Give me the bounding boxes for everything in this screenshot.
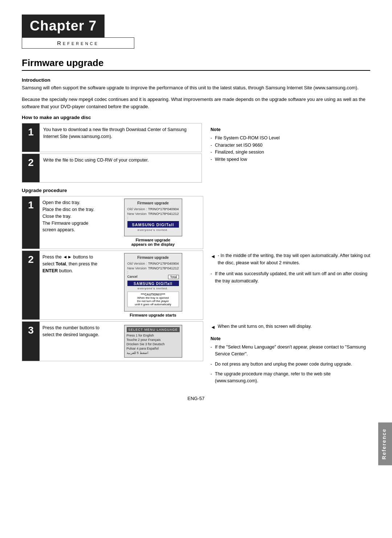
upgrade-step2-row: 2 Press the ◄► buttons to select Total, … (22, 250, 370, 320)
upgrade-step1-box: 1 Open the disc tray. Place the disc on … (22, 196, 203, 249)
lang-screen-wrap: SELECT MENU LANGUAGE Press 1 for English… (124, 325, 182, 358)
lang-row-2: Touche 2 pour Français (127, 338, 180, 342)
upgrade-step3-right-when: ◄ When the unit turns on, this screen wi… (211, 323, 370, 331)
bottom-note-item1: If the "Select Menu Language" doesn't ap… (211, 344, 370, 358)
fw-screen-1: Firmware upgrade Old Version : TRINO*178… (124, 199, 182, 246)
introduction-para1: Samsung will often support the software … (22, 84, 370, 91)
fw-screen2-new-value: TRINO*178*041212 (148, 266, 179, 274)
bottom-note: Note If the "Select Menu Language" doesn… (211, 335, 370, 385)
step2-right-text1: - In the middle of the writing, the tray… (218, 252, 370, 266)
step2-text1: Press the ◄► buttons to (42, 254, 100, 261)
arrow-sym-3: ◄ (211, 323, 216, 331)
samsung-logo: SAMSUNG DIGITall (127, 221, 179, 228)
fw-screen2-old-value: TRINO*178*040904 (148, 261, 179, 265)
fw-cancel-total-row: Cancel Total (127, 275, 179, 279)
upgrade-step1-right (211, 196, 370, 249)
upgrade-step3-content: Press the number buttons to select the d… (40, 322, 103, 361)
bottom-note-heading: Note (211, 335, 370, 342)
step1-line2: Place the disc on the tray. (42, 206, 100, 213)
upgrade-step2-left: 2 Press the ◄► buttons to select Total, … (22, 250, 211, 320)
lang-row-5: اضغط 5 للعربية (127, 351, 180, 355)
old-version-label: Old Version : (127, 207, 147, 211)
fw-screen-new-row: New Version : TRINO*178*041212 (127, 212, 179, 220)
samsung-logo-text: SAMSUNG DIGITall (132, 223, 174, 227)
fw-screen-2-wrap: Firmware upgrade Old Version : TRINO*178… (124, 253, 182, 317)
step1-line5: screen appears. (42, 227, 100, 233)
step2-text3: ENTER button. (42, 268, 100, 274)
page: Chapter 7 Reference Firmware upgrade Int… (0, 0, 392, 538)
fw-caption-line1: Firmware upgrade (136, 238, 170, 242)
step2-number: 2 (22, 154, 40, 182)
caution-line3: until it goes off automatically (129, 303, 177, 306)
new-version-value: TRINO*178*041212 (148, 212, 179, 220)
note-item-4: Write speed low (211, 156, 370, 163)
upgrade-step1-left: 1 Open the disc tray. Place the disc on … (22, 196, 211, 249)
lang-row-3: Drücken Sie 3 für Deutsch (127, 342, 180, 346)
step1-number: 1 (22, 123, 40, 152)
fw-screen2-old-row: Old Version : TRINO*178*040904 (127, 261, 179, 265)
upgrade-step3-box: 3 Press the number buttons to select the… (22, 321, 203, 361)
fw-screen-old-row: Old Version : TRINO*178*040904 (127, 207, 179, 211)
how-to-make-heading: How to make an upgrade disc (22, 115, 370, 120)
samsung-sub: everyone's invited. (127, 228, 179, 232)
note-box: Note File System CD-ROM ISO Level Charac… (211, 123, 370, 166)
upgrade-step2-right: ◄ - In the middle of the writing, the tr… (211, 250, 370, 320)
step2-bold-total: Total (56, 261, 66, 266)
how-to-make-step2: 2 Write the file to Disc using CD-RW of … (22, 154, 202, 183)
step3-text: Press the number buttons to select the d… (42, 325, 100, 338)
step2-content: Write the file to Disc using CD-RW of yo… (40, 154, 201, 182)
upgrade-step2-right-item2: If the unit was successfully updated, th… (211, 270, 370, 285)
reference-tab: Reference (378, 423, 392, 465)
upgrade-step1-row: 1 Open the disc tray. Place the disc on … (22, 196, 370, 249)
upgrade-step3-left: 3 Press the number buttons to select the… (22, 321, 211, 384)
step2-right-indent2: If the unit was successfully updated, th… (211, 270, 370, 285)
cancel-label: Cancel (127, 275, 138, 279)
upgrade-step3-image: SELECT MENU LANGUAGE Press 1 for English… (103, 322, 203, 361)
introduction-para2: Because the specially new mpeg4 codec co… (22, 96, 370, 110)
upgrade-procedure-section: Upgrade procedure 1 Open the disc tray. … (22, 188, 370, 384)
bottom-note-item2: Do not press any button and unplug the p… (211, 361, 370, 368)
fw-screen-2: Firmware upgrade Old Version : TRINO*178… (124, 253, 182, 311)
upgrade-procedure-heading: Upgrade procedure (22, 188, 370, 193)
upgrade-step1-content: Open the disc tray. Place the disc on th… (40, 196, 103, 249)
note-item-2: Character set ISO 9660 (211, 142, 370, 149)
upgrade-step1-image: Firmware upgrade Old Version : TRINO*178… (103, 196, 203, 249)
how-to-make-left: 1 You have to download a new file throug… (22, 123, 211, 183)
chapter-title: Chapter 7 (22, 15, 105, 37)
step1-line4: The Firmware upgrade (42, 220, 100, 227)
lang-screen-title: SELECT MENU LANGUAGE (127, 327, 180, 332)
fw-screen2-new-label: New Version : (127, 266, 148, 274)
old-version-value: TRINO*178*040904 (148, 207, 179, 211)
lang-row-4: Pulsar 4 para Español (127, 347, 180, 350)
caution-line1: When the tray is opened (129, 296, 177, 299)
note-item-3: Finalized, single session (211, 149, 370, 156)
fw-screen2-new-row: New Version : TRINO*178*041212 (127, 266, 179, 274)
fw-screen2-old-label: Old Version : (127, 261, 147, 265)
step1-line1: Open the disc tray. (42, 199, 100, 206)
step1-content: You have to download a new file through … (40, 123, 201, 152)
upgrade-step3-row: 3 Press the number buttons to select the… (22, 321, 370, 384)
step2-right-dash1: - (218, 253, 221, 258)
upgrade-step3-right: ◄ When the unit turns on, this screen wi… (211, 321, 370, 384)
arrow-sym-1: ◄ (211, 252, 216, 260)
step2-arrow-row1: ◄ - In the middle of the writing, the tr… (211, 252, 370, 266)
upgrade-step2-image: Firmware upgrade Old Version : TRINO*178… (103, 251, 203, 319)
step3-arrow-row: ◄ When the unit turns on, this screen wi… (211, 323, 370, 331)
caution-line2: Do not turn off the player (129, 299, 177, 303)
fw-screen-title: Firmware upgrade (127, 201, 179, 205)
fw-caption-2: Firmware upgrade starts (124, 313, 182, 317)
lang-screen: SELECT MENU LANGUAGE Press 1 for English… (124, 325, 182, 358)
how-to-make-step1: 1 You have to download a new file throug… (22, 123, 202, 152)
samsung-logo-2: SAMSUNG DIGITall (127, 281, 179, 286)
step2-text2: select Total, then press the (42, 261, 100, 268)
upgrade-step1-number: 1 (22, 196, 40, 249)
upgrade-step2-right-item1: ◄ - In the middle of the writing, the tr… (211, 252, 370, 266)
fw-screen-1-content: Firmware upgrade Old Version : TRINO*178… (124, 199, 182, 236)
fw-caption-line2: appears on the display (131, 242, 175, 246)
fw-screen2-title: Firmware upgrade (127, 256, 179, 260)
upgrade-step2-content: Press the ◄► buttons to select Total, th… (40, 251, 103, 319)
upgrade-step2-box: 2 Press the ◄► buttons to select Total, … (22, 250, 203, 320)
how-to-make-section: How to make an upgrade disc 1 You have t… (22, 115, 370, 183)
chapter-subtitle: Reference (22, 37, 134, 49)
step2-bold-enter: ENTER (42, 268, 58, 273)
